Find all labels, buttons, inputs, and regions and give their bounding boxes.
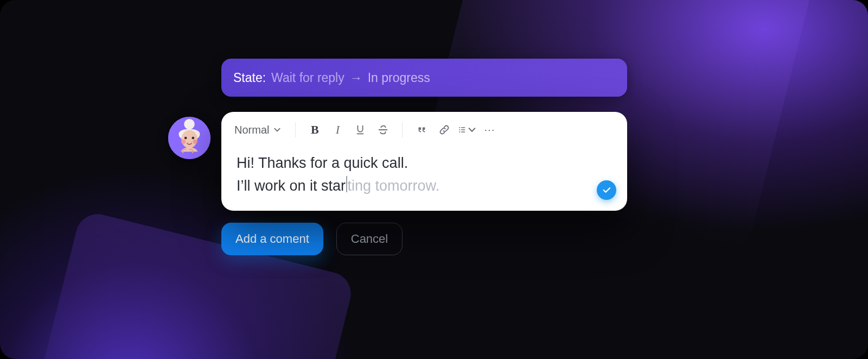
autocomplete-suggestion: ting tomorrow. [348, 178, 440, 194]
more-button[interactable]: ⋯ [481, 121, 499, 139]
strikethrough-button[interactable] [374, 121, 392, 139]
underline-button[interactable] [351, 121, 369, 139]
svg-point-6 [193, 140, 197, 144]
svg-point-4 [192, 137, 194, 140]
list-button[interactable] [458, 121, 476, 139]
link-icon [438, 124, 450, 136]
editor-toolbar: Normal B I [221, 112, 627, 146]
comment-editor: Normal B I [221, 112, 627, 211]
text-style-label: Normal [234, 124, 269, 136]
state-from: Wait for reply [271, 71, 344, 85]
editor-textarea[interactable]: Hi! Thanks for a quick call. I’ll work o… [221, 146, 627, 198]
bold-button[interactable]: B [305, 121, 324, 139]
quote-icon [416, 124, 427, 136]
cancel-button[interactable]: Cancel [336, 223, 403, 255]
state-to: In progress [368, 71, 430, 85]
state-label: State: [233, 71, 266, 85]
state-banner: State: Wait for reply → In progress [221, 59, 627, 97]
strikethrough-icon [377, 124, 389, 136]
avatar [168, 117, 210, 159]
list-icon [458, 124, 467, 136]
typed-text: I’ll work on it star [237, 178, 346, 194]
arrow-right-icon: → [350, 71, 362, 85]
comment-line-2: I’ll work on it starting tomorrow. [237, 175, 612, 198]
toolbar-divider [402, 122, 403, 137]
link-button[interactable] [435, 121, 454, 139]
toolbar-divider [295, 122, 296, 137]
svg-point-7 [459, 127, 461, 128]
svg-point-8 [459, 129, 461, 130]
svg-point-3 [184, 137, 187, 140]
background: State: Wait for reply → In progress Norm… [0, 0, 868, 359]
avatar-illustration [168, 117, 210, 159]
comment-line-1: Hi! Thanks for a quick call. [237, 152, 612, 175]
underline-icon [354, 124, 366, 136]
chevron-down-icon [273, 126, 281, 134]
writing-assistant-badge [597, 180, 616, 200]
action-row: Add a coment Cancel [221, 223, 627, 255]
check-icon [602, 185, 611, 195]
svg-point-1 [184, 119, 195, 130]
svg-point-5 [181, 140, 186, 144]
text-style-select[interactable]: Normal [234, 124, 285, 136]
blockquote-button[interactable] [412, 121, 431, 139]
svg-point-9 [459, 131, 461, 133]
chevron-down-icon [468, 124, 476, 136]
italic-button[interactable]: I [328, 121, 347, 139]
add-comment-button[interactable]: Add a coment [221, 223, 323, 255]
svg-point-2 [181, 130, 197, 148]
text-caret [346, 176, 347, 192]
